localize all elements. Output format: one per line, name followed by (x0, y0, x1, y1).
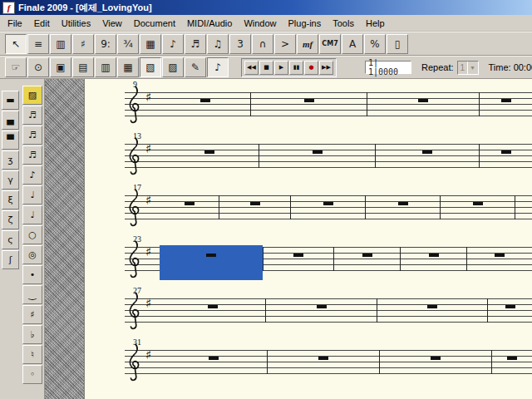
measure[interactable] (366, 195, 441, 219)
menu-window[interactable]: Window (238, 17, 282, 30)
measure[interactable] (160, 195, 219, 219)
measure[interactable] (480, 92, 532, 116)
whole-rest-button[interactable]: ▄ (2, 111, 19, 130)
repeat-combo[interactable]: 1 ▼ (457, 61, 479, 75)
double-whole-note-button[interactable]: ◎ (22, 245, 42, 264)
menu-plugins[interactable]: Plug-ins (283, 17, 328, 30)
measure[interactable] (264, 247, 334, 271)
key-signature-tool[interactable]: ♯ (72, 34, 94, 54)
measure[interactable] (441, 195, 515, 219)
measure[interactable] (291, 195, 366, 219)
measure[interactable] (380, 350, 492, 374)
rewind-button[interactable]: ◀◀ (244, 61, 259, 75)
measure[interactable] (377, 298, 488, 323)
expression-tool[interactable]: mf (297, 34, 318, 54)
half-note-button[interactable]: ♩ (22, 205, 42, 224)
measure[interactable] (376, 144, 480, 168)
sixteenth-note-button[interactable]: ♬ (22, 145, 42, 165)
lyrics-tool[interactable]: A (342, 34, 363, 54)
simple-entry-tool[interactable]: ♪ (162, 34, 184, 54)
half-rest-button[interactable]: ▀ (2, 131, 19, 150)
measure[interactable] (160, 350, 268, 374)
eighth-note-button[interactable]: ♪ (22, 165, 42, 185)
flat-button[interactable]: ♭ (22, 325, 42, 344)
measure[interactable] (160, 144, 259, 168)
score-page[interactable]: 9♯13♯17♯23♯27♯31♯ (84, 79, 532, 399)
sixtyfourth-note-button[interactable]: ♬ (22, 106, 42, 125)
staff-sets-button[interactable]: ▧ (140, 57, 161, 77)
mixer-button[interactable]: ▨ (162, 57, 184, 77)
measure[interactable] (467, 247, 532, 271)
staff[interactable]: ♯ (125, 298, 532, 323)
menu-midiaudio[interactable]: MIDI/Audio (181, 17, 238, 30)
selection-tool[interactable]: ↖ (5, 34, 27, 54)
studio-view-button[interactable]: ▥ (95, 57, 116, 77)
sharp-button[interactable]: ♯ (22, 305, 42, 324)
speedy-entry-tool[interactable]: ♬ (185, 34, 206, 54)
menu-edit[interactable]: Edit (28, 17, 56, 30)
page-layout-tool[interactable]: ▯ (387, 34, 408, 54)
natural-button[interactable]: ♮ (22, 345, 42, 364)
thirtysecond-note-button[interactable]: ♬ (22, 126, 42, 145)
eraser-button[interactable]: ▨ (22, 86, 42, 105)
measure[interactable] (160, 92, 251, 116)
menu-help[interactable]: Help (360, 17, 391, 30)
pause-button[interactable]: ▮▮ (289, 61, 303, 75)
stop-button[interactable]: ■ (259, 61, 273, 75)
measure[interactable] (492, 350, 532, 374)
measure[interactable] (251, 92, 367, 116)
sixteenth-rest-button[interactable]: ξ (2, 190, 19, 209)
staff[interactable]: ♯ (125, 247, 532, 271)
score-manager-button[interactable]: ✎ (185, 57, 206, 77)
menu-file[interactable]: File (2, 17, 28, 30)
playback-counter[interactable]: 1| 1|0000 (365, 61, 411, 74)
zoom-tool[interactable]: ⊙ (27, 57, 49, 77)
menu-view[interactable]: View (96, 17, 128, 30)
playback-sound-button[interactable]: ♪ (207, 57, 229, 77)
staff[interactable]: ♯ (125, 350, 532, 374)
sixtyfourth-rest-button[interactable]: ς (2, 230, 19, 249)
clef-tool[interactable]: 9: (95, 34, 116, 54)
measure[interactable] (367, 92, 480, 116)
repeat-tool[interactable]: % (364, 34, 386, 54)
staff[interactable]: ♯ (125, 195, 532, 219)
play-button[interactable]: ▶ (274, 61, 288, 75)
quarter-rest-button[interactable]: ʒ (2, 150, 19, 170)
measure[interactable] (219, 195, 291, 219)
hand-grabber-tool[interactable]: ☞ (5, 57, 27, 77)
measure[interactable] (515, 195, 532, 219)
chord-tool[interactable]: CM7 (319, 34, 341, 54)
measure[interactable] (480, 144, 532, 168)
staff[interactable]: ♯ (125, 92, 532, 116)
augmentation-dot-button[interactable]: • (22, 265, 42, 284)
scroll-view-button[interactable]: ▤ (72, 57, 94, 77)
measure[interactable] (334, 247, 401, 271)
tie-button[interactable]: ‿ (22, 285, 42, 304)
grace-note-button[interactable]: ◦ (22, 365, 42, 384)
staff-tool[interactable]: ≡ (27, 34, 49, 54)
hyperscribe-tool[interactable]: ♫ (207, 34, 229, 54)
double-whole-rest-button[interactable]: ▬ (2, 91, 19, 110)
record-button[interactable]: ● (304, 61, 318, 75)
measure[interactable] (488, 298, 532, 323)
measure[interactable] (160, 247, 264, 271)
page-view-button[interactable]: ▣ (50, 57, 71, 77)
menu-document[interactable]: Document (128, 17, 181, 30)
menu-tools[interactable]: Tools (327, 17, 360, 30)
onetwentyeighth-rest-button[interactable]: ʃ (2, 250, 19, 269)
rulers-button[interactable]: ▦ (117, 57, 139, 77)
articulation-tool[interactable]: > (274, 34, 296, 54)
eighth-rest-button[interactable]: γ (2, 170, 19, 190)
tuplet-tool[interactable]: 3 (229, 34, 251, 54)
measure[interactable] (268, 350, 380, 374)
quarter-note-button[interactable]: ♩ (22, 185, 42, 204)
forward-button[interactable]: ▶▶ (319, 61, 333, 75)
smart-shape-tool[interactable]: ∩ (252, 34, 273, 54)
time-signature-tool[interactable]: ¾ (117, 34, 139, 54)
measure[interactable] (266, 298, 377, 323)
measure-tool[interactable]: ▥ (50, 34, 71, 54)
whole-note-button[interactable]: ○ (22, 225, 42, 244)
note-mover-tool[interactable]: ▦ (140, 34, 161, 54)
measure[interactable] (259, 144, 376, 168)
measure[interactable] (160, 298, 266, 323)
